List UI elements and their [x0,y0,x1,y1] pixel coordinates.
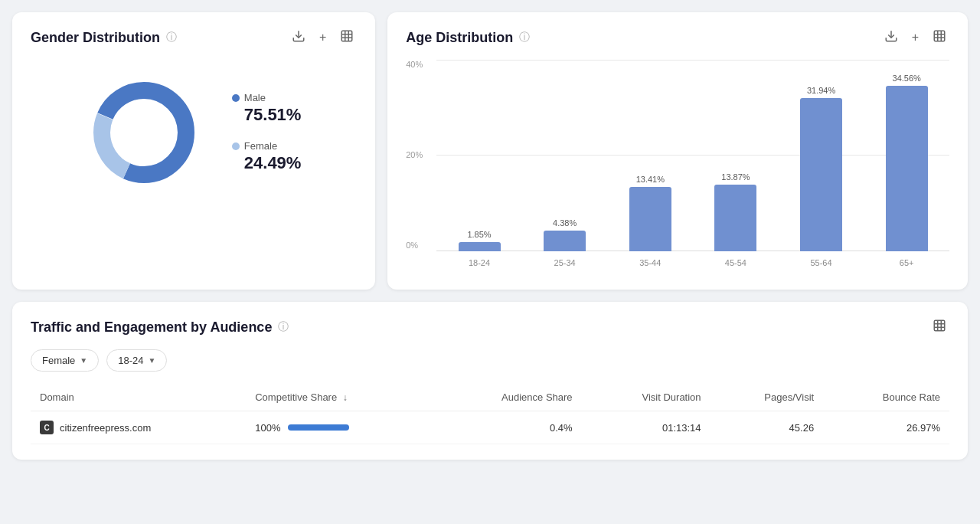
traffic-card-title: Traffic and Engagement by Audience [31,319,272,336]
age-bar-chart: 0% 20% 40% 1.85%4.38%13.41%13.87%31.94%3… [406,60,949,274]
traffic-table: Domain Competitive Share ↓ Audience Shar… [31,384,949,444]
table-header: Domain Competitive Share ↓ Audience Shar… [31,384,949,411]
x-label-18-24: 18-24 [436,251,522,274]
bar-value-18-24: 1.85% [467,230,491,239]
cell-pages-visit: 45.26 [710,411,824,444]
bar-group-65+: 34.56% [864,60,949,251]
gender-excel-button[interactable] [337,28,357,47]
bar-45-54 [714,185,756,251]
svg-rect-1 [341,31,352,41]
competitive-share-value: 100% [255,422,280,434]
bar-value-45-54: 13.87% [721,172,750,182]
age-filter-value: 18-24 [118,355,143,366]
age-card-header: Age Distribution ⓘ + [406,28,949,47]
female-label: Female [244,140,277,152]
age-info-icon[interactable]: ⓘ [519,31,530,44]
cell-competitive-share: 100% [246,411,433,444]
domain-cell: C citizenfreepress.com [40,421,237,434]
male-value: 75.51% [232,105,302,125]
bar-25-34 [544,231,586,251]
age-card-actions: + [881,28,949,47]
cell-visit-duration: 01:13:14 [582,411,710,444]
y-label-0: 0% [406,241,423,250]
domain-favicon: C [40,421,54,434]
gender-legend: Male 75.51% Female 24.49% [232,92,302,173]
bar-group-35-44: 13.41% [607,60,693,251]
bar-group-55-64: 31.94% [779,60,864,251]
y-label-20: 20% [406,150,423,159]
age-download-button[interactable] [881,28,901,47]
col-pages-visit: Pages/Visit [710,384,824,411]
gender-filter-arrow: ▼ [80,356,87,365]
age-distribution-card: Age Distribution ⓘ + 0% [387,12,968,290]
bar-18-24 [459,242,501,251]
col-audience-share: Audience Share [433,384,582,411]
bar-value-25-34: 4.38% [553,218,577,228]
gender-download-button[interactable] [289,28,309,47]
age-filter-dropdown[interactable]: 18-24 ▼ [106,349,167,372]
gender-filter-value: Female [42,355,75,366]
traffic-info-icon[interactable]: ⓘ [278,320,289,334]
col-bounce-rate: Bounce Rate [823,384,949,411]
x-label-25-34: 25-34 [522,251,608,274]
table-body: C citizenfreepress.com 100% 0.4%01:13:14… [31,411,949,444]
col-domain: Domain [31,384,246,411]
bar-35-44 [629,187,671,251]
cell-domain: C citizenfreepress.com [31,411,246,444]
y-axis: 0% 20% 40% [406,60,423,251]
svg-point-8 [111,100,177,165]
x-label-35-44: 35-44 [607,251,693,274]
male-legend-item: Male 75.51% [232,92,302,125]
competitive-share-cell: 100% [255,422,424,434]
bar-55-64 [800,98,842,251]
x-axis: 18-2425-3435-4445-5455-6465+ [436,251,949,274]
gender-content: Male 75.51% Female 24.49% [31,60,357,205]
x-label-65+: 65+ [864,251,949,274]
svg-rect-15 [934,320,945,331]
x-label-45-54: 45-54 [693,251,779,274]
gender-info-icon[interactable]: ⓘ [166,31,177,44]
y-label-40: 40% [406,60,423,69]
gender-add-button[interactable]: + [316,29,329,46]
domain-name: citizenfreepress.com [60,422,151,434]
age-card-title: Age Distribution [406,30,513,46]
bar-value-65+: 34.56% [893,74,921,83]
svg-rect-10 [934,31,945,41]
cell-audience-share: 0.4% [433,411,582,444]
gender-card-header: Gender Distribution ⓘ + [31,28,357,47]
col-visit-duration: Visit Duration [582,384,710,411]
cell-bounce-rate: 26.97% [823,411,949,444]
table-row: C citizenfreepress.com 100% 0.4%01:13:14… [31,411,949,444]
bar-group-45-54: 13.87% [693,60,779,251]
bar-group-18-24: 1.85% [436,60,522,251]
gender-filter-dropdown[interactable]: Female ▼ [31,349,99,372]
gender-card-actions: + [289,28,357,47]
age-filter-arrow: ▼ [149,356,156,365]
competitive-share-bar [288,424,349,431]
female-value: 24.49% [232,153,302,173]
bar-value-35-44: 13.41% [636,175,665,184]
male-label: Male [244,92,266,103]
age-excel-button[interactable] [929,28,949,47]
female-dot [232,142,240,150]
bar-group-25-34: 4.38% [522,60,608,251]
traffic-card-actions [929,317,949,337]
gender-card-title: Gender Distribution [31,30,160,46]
traffic-excel-button[interactable] [929,317,949,337]
traffic-engagement-card: Traffic and Engagement by Audience ⓘ Fem… [12,302,968,460]
male-dot [232,94,240,102]
filters-row: Female ▼ 18-24 ▼ [31,349,949,372]
bars-area: 1.85%4.38%13.41%13.87%31.94%34.56% [436,60,949,251]
age-add-button[interactable]: + [909,29,922,46]
bar-value-55-64: 31.94% [807,86,835,95]
traffic-card-header: Traffic and Engagement by Audience ⓘ [31,317,949,337]
col-competitive-share[interactable]: Competitive Share ↓ [246,384,433,411]
gender-distribution-card: Gender Distribution ⓘ + [12,12,375,290]
sort-icon: ↓ [343,392,348,403]
female-legend-item: Female 24.49% [232,140,302,173]
donut-chart [87,75,201,190]
x-label-55-64: 55-64 [779,251,864,274]
bar-65+ [886,86,928,251]
